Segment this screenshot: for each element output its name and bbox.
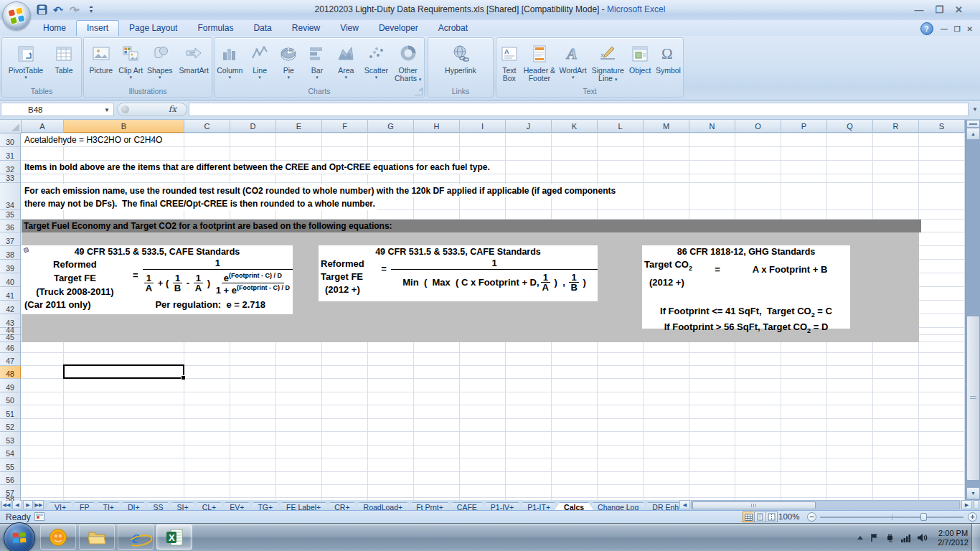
row-header-55[interactable]: 55 [0, 458, 21, 472]
name-box[interactable]: B48▼ [1, 103, 114, 116]
tab-split-handle[interactable] [974, 500, 979, 509]
column-chart-button[interactable]: Column ▾ [215, 39, 245, 83]
tab-developer[interactable]: Developer [369, 20, 428, 36]
zoom-in-button[interactable]: + [968, 512, 977, 522]
row-header-36[interactable]: 36 [0, 220, 21, 232]
row-header-48[interactable]: 48 [0, 366, 21, 379]
smartart-button[interactable]: SmartArt [176, 39, 212, 80]
cell-a34-line1[interactable]: For each emission name, use the rounded … [22, 184, 618, 197]
row-header-51[interactable]: 51 [0, 405, 21, 419]
row-header-42[interactable]: 42 [0, 301, 21, 314]
cafe-equation-box-1[interactable]: 49 CFR 531.5 & 533.5, CAFE Standards Ref… [22, 245, 293, 314]
sheet-tab-change-log[interactable]: Change Log [588, 502, 649, 510]
horizontal-scroll-thumb[interactable] [692, 501, 816, 509]
header-footer-button[interactable]: Header & Footer [522, 39, 557, 83]
sheet-tab-dr-enha[interactable]: DR Enha [642, 502, 679, 510]
row-header-45[interactable]: 45 [0, 335, 21, 342]
tab-insert[interactable]: Insert [76, 20, 119, 36]
column-header-d[interactable]: D [230, 120, 276, 133]
volume-icon[interactable] [918, 533, 928, 542]
object-button[interactable]: Object [626, 39, 653, 83]
charts-dialog-launcher[interactable] [415, 88, 423, 95]
show-desktop-button[interactable] [971, 524, 980, 551]
normal-view-button[interactable] [743, 512, 755, 522]
redo-button[interactable]: ↷▾ [67, 3, 82, 17]
sheet-tab-roadload-[interactable]: RoadLoad+ [354, 502, 413, 510]
prev-sheet-button[interactable]: ◀ [12, 500, 22, 509]
sheet-tab-p1-iv-[interactable]: P1-IV+ [481, 502, 524, 510]
column-header-s[interactable]: S [919, 120, 965, 133]
row-header-53[interactable]: 53 [0, 432, 21, 446]
row-header-58[interactable]: 58 [0, 498, 21, 501]
network-signal-icon[interactable] [901, 534, 911, 542]
show-hidden-icons-button[interactable] [857, 535, 864, 540]
column-header-h[interactable]: H [414, 120, 460, 133]
column-header-j[interactable]: J [506, 120, 552, 133]
column-header-n[interactable]: N [689, 120, 735, 133]
workbook-close-button[interactable]: ✕ [967, 25, 973, 33]
macro-record-button[interactable] [34, 512, 44, 521]
horizontal-scrollbar[interactable] [691, 500, 960, 509]
area-chart-button[interactable]: Area ▾ [331, 39, 361, 83]
page-layout-view-button[interactable] [754, 512, 766, 522]
row-header-33[interactable]: 33 [0, 174, 21, 183]
text-box-button[interactable]: A Text Box [496, 39, 522, 83]
ie-taskbar-button[interactable]: e [118, 524, 154, 550]
grid-body[interactable]: Acetaldehyde = H3C2HO or C2H4O Items in … [0, 133, 965, 501]
pivottable-button[interactable]: PivotTable ▾ [4, 39, 48, 80]
office-button[interactable] [2, 1, 31, 30]
insert-function-button[interactable]: fx [169, 104, 176, 114]
hscroll-left-button[interactable]: ◀ [679, 500, 690, 509]
column-header-b[interactable]: B [64, 120, 184, 133]
row-header-32[interactable]: 32 [0, 161, 21, 174]
row-header-41[interactable]: 41 [0, 287, 21, 301]
sheet-tab-calcs[interactable]: Calcs [554, 502, 594, 510]
zoom-slider-track[interactable] [820, 517, 963, 518]
scroll-up-button[interactable]: ▲ [966, 128, 980, 140]
pie-chart-button[interactable]: Pie ▾ [274, 39, 303, 83]
column-header-k[interactable]: K [552, 120, 598, 133]
ghg-equation-box[interactable]: 86 CFR 1818-12, GHG Standards Target CO2… [642, 245, 850, 329]
column-header-p[interactable]: P [781, 120, 827, 133]
tab-view[interactable]: View [330, 20, 369, 36]
close-button[interactable]: ✕ [955, 4, 963, 15]
row-header-47[interactable]: 47 [0, 353, 21, 366]
scatter-chart-button[interactable]: Scatter ▾ [361, 39, 392, 83]
explorer-taskbar-button[interactable] [79, 524, 115, 550]
column-header-l[interactable]: L [598, 120, 644, 133]
expand-formula-bar-button[interactable]: ▼ [971, 104, 979, 115]
action-center-flag-icon[interactable] [870, 533, 879, 542]
column-header-r[interactable]: R [873, 120, 919, 133]
sheet-tab-ev-[interactable]: EV+ [220, 502, 254, 510]
row-header-30[interactable]: 30 [0, 133, 21, 147]
signature-line-button[interactable]: X Signature Line ▾ [589, 39, 626, 83]
row-header-56[interactable]: 56 [0, 472, 21, 485]
cell-a30[interactable]: Acetaldehyde = H3C2HO or C2H4O [22, 133, 164, 146]
tab-page-layout[interactable]: Page Layout [119, 20, 187, 36]
table-button[interactable]: Table [48, 39, 80, 80]
hyperlink-button[interactable]: Hyperlink [438, 39, 483, 75]
page-break-preview-button[interactable] [765, 512, 778, 522]
column-header-m[interactable]: M [644, 120, 689, 133]
save-button[interactable] [34, 3, 49, 17]
sheet-tab-ft-prnt-[interactable]: Ft Prnt+ [406, 502, 453, 510]
first-sheet-button[interactable]: ◀◀ [1, 500, 11, 509]
cafe-equation-box-2[interactable]: 49 CFR 531.5 & 533.5, CAFE Standards Ref… [319, 245, 598, 301]
help-button[interactable]: ? [920, 22, 933, 35]
clip-art-button[interactable]: Clip Art ▾ [118, 39, 143, 80]
line-chart-button[interactable]: Line ▾ [245, 39, 275, 83]
vertical-scrollbar[interactable]: ▲ ▼ [965, 120, 980, 500]
other-charts-button[interactable]: Other Charts ▾ [392, 39, 424, 83]
column-header-a[interactable]: A [22, 120, 64, 133]
picture-button[interactable]: Picture [84, 39, 118, 80]
column-header-g[interactable]: G [368, 120, 414, 133]
shapes-button[interactable]: Shapes ▾ [143, 39, 176, 80]
row-header-49[interactable]: 49 [0, 379, 21, 392]
zoom-out-button[interactable]: − [807, 512, 816, 522]
minimize-button[interactable]: — [914, 4, 923, 15]
column-header-q[interactable]: Q [827, 120, 873, 133]
sheet-tab-fe-label-[interactable]: FE Label+ [276, 502, 331, 510]
workbook-restore-button[interactable]: ❐ [954, 25, 961, 33]
column-header-e[interactable]: E [276, 120, 322, 133]
name-box-dropdown-arrow[interactable]: ▼ [104, 103, 110, 117]
